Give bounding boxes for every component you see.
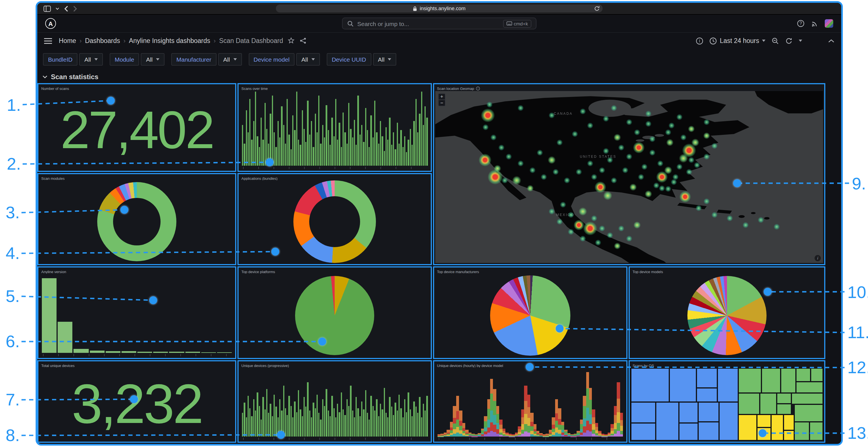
user-avatar[interactable] xyxy=(825,19,833,28)
help-icon[interactable]: ? xyxy=(797,20,804,27)
stack-column xyxy=(620,413,623,437)
heat-point xyxy=(611,105,617,111)
panel-title[interactable]: Total unique devices xyxy=(38,361,235,367)
stack-column xyxy=(574,434,577,437)
filter-label[interactable]: Device model xyxy=(248,53,294,66)
stack-column xyxy=(561,422,564,437)
filter-value-dropdown[interactable]: All xyxy=(218,53,242,66)
dashboard-insights-icon[interactable]: i xyxy=(696,37,704,44)
filter-value-dropdown[interactable]: All xyxy=(141,53,164,66)
heat-point xyxy=(622,167,628,173)
refresh-interval-chevron-icon[interactable] xyxy=(799,39,802,42)
treemap-cell xyxy=(757,427,771,441)
heat-point xyxy=(629,183,637,191)
heat-point xyxy=(512,176,521,185)
bar xyxy=(287,99,288,166)
stack-segment xyxy=(586,408,589,420)
x-axis-ticks xyxy=(243,167,426,169)
zoom-out-button[interactable]: − xyxy=(439,100,445,106)
panel-title[interactable]: Top device models xyxy=(630,267,824,274)
panel-title[interactable]: Number of scans xyxy=(38,84,235,90)
bar xyxy=(423,125,424,166)
panel-title[interactable]: Scans over time xyxy=(239,84,431,90)
panel-top-device-manufacturers: Top device manufacturers xyxy=(433,266,627,359)
zoom-in-button[interactable]: + xyxy=(439,94,445,99)
panel-title[interactable]: Top device platforms xyxy=(239,267,431,274)
news-rss-icon[interactable] xyxy=(811,20,818,27)
sidebar-toggle-icon[interactable] xyxy=(43,5,51,11)
back-button[interactable] xyxy=(64,5,68,11)
stack-segment xyxy=(496,434,499,437)
panel-unique-devices-progressive: Unique devices (progressive) xyxy=(238,360,432,443)
bar xyxy=(363,142,365,166)
panel-title[interactable]: Scans by OS xyxy=(630,361,824,367)
map-attribution-icon[interactable]: i xyxy=(814,255,821,261)
filter-label[interactable]: Device UUID xyxy=(327,53,371,66)
stack-segment xyxy=(450,433,453,435)
search-input[interactable]: Search or jump to... cmd+k xyxy=(342,18,536,29)
stack-column xyxy=(499,420,502,437)
shortcut-badge: cmd+k xyxy=(503,20,531,27)
stack-column xyxy=(509,434,512,437)
bar xyxy=(298,140,299,166)
heat-point xyxy=(580,109,586,115)
filter-label[interactable]: Manufacturer xyxy=(171,53,217,66)
panel-title[interactable]: Scan location Geomapi xyxy=(434,84,824,90)
panel-title[interactable]: Scan modules xyxy=(38,174,235,180)
stack-segment xyxy=(453,424,456,429)
stack-segment xyxy=(521,424,524,430)
map-zoom-control[interactable]: +− xyxy=(438,93,445,106)
stack-segment xyxy=(456,396,459,411)
stack-column xyxy=(521,409,524,437)
bar xyxy=(402,147,404,166)
panel-title[interactable]: Top device manufacturers xyxy=(434,267,626,274)
panel-title[interactable]: Applications (bundles) xyxy=(239,174,431,180)
time-range-picker[interactable]: Last 24 hours xyxy=(710,37,766,44)
heat-point xyxy=(603,115,609,122)
filter-value-dropdown[interactable]: All xyxy=(79,53,102,66)
breadcrumb-item[interactable]: Home xyxy=(59,37,76,44)
breadcrumb-item[interactable]: Anyline Insights dashboards xyxy=(129,37,210,44)
zoom-out-time-icon[interactable] xyxy=(772,37,779,44)
address-bar[interactable]: insights.anyline.com xyxy=(276,4,602,12)
heat-point xyxy=(680,134,686,141)
stack-segment xyxy=(493,432,496,437)
bar xyxy=(105,351,120,353)
filter-value-dropdown[interactable]: All xyxy=(296,53,320,66)
stack-segment xyxy=(478,436,481,437)
panel-title[interactable]: Anyline version xyxy=(38,267,235,274)
bar xyxy=(352,411,353,437)
annotation-number-13: 13. xyxy=(847,423,868,443)
stack-segment xyxy=(533,424,536,429)
filter-label[interactable]: Module xyxy=(110,53,140,66)
breadcrumb-item[interactable]: Dashboards xyxy=(85,37,120,44)
annotation-number-2: 2. xyxy=(7,154,21,173)
anyline-logo[interactable]: A xyxy=(45,18,56,29)
refresh-button[interactable] xyxy=(785,37,793,44)
stack-column xyxy=(484,416,487,437)
share-icon[interactable] xyxy=(299,37,306,44)
panel-title[interactable]: Unique devices (progressive) xyxy=(239,361,431,367)
heat-point xyxy=(659,185,665,191)
filter-label[interactable]: BundleID xyxy=(43,53,78,66)
stack-segment xyxy=(490,431,493,437)
bar xyxy=(304,129,305,166)
reload-button[interactable] xyxy=(594,6,600,11)
filter-value-dropdown[interactable]: All xyxy=(373,53,396,66)
chevron-down-icon[interactable] xyxy=(55,7,59,10)
bar xyxy=(332,118,333,166)
panel-applications: Applications (bundles) xyxy=(238,173,432,265)
bar xyxy=(272,416,273,437)
favorite-star-icon[interactable] xyxy=(287,37,294,44)
bar xyxy=(248,132,249,166)
stack-segment xyxy=(490,393,493,411)
collapse-chevron-up-icon[interactable] xyxy=(828,39,834,43)
panel-title[interactable]: Unique devices (hourly) by device model xyxy=(434,361,626,367)
forward-button[interactable] xyxy=(73,5,78,11)
section-scan-statistics[interactable]: Scan statistics xyxy=(37,70,841,83)
heat-point xyxy=(599,225,605,232)
pie-chart xyxy=(295,276,374,355)
bar xyxy=(257,136,258,166)
section-title: Scan statistics xyxy=(51,73,98,81)
menu-icon[interactable] xyxy=(44,38,52,44)
